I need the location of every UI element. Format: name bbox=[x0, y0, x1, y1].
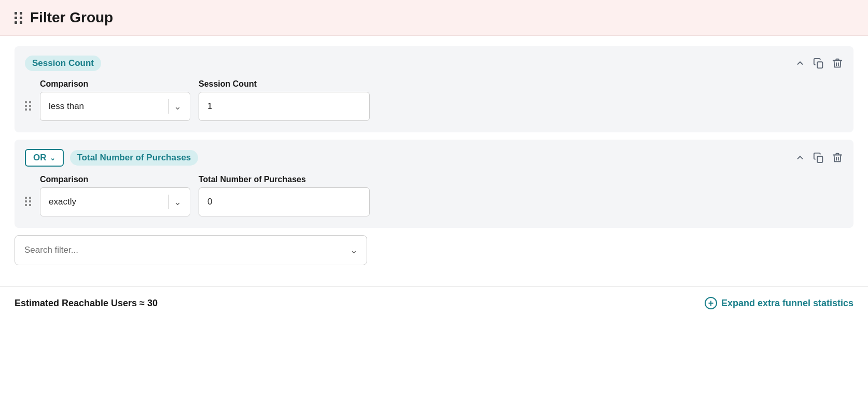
value-input-2[interactable] bbox=[199, 187, 370, 216]
session-count-badge: Session Count bbox=[25, 56, 101, 71]
svg-rect-1 bbox=[817, 156, 822, 162]
expand-funnel-label: Expand extra funnel statistics bbox=[721, 298, 853, 309]
value-field-group-1: Session Count bbox=[199, 79, 370, 121]
purchases-badge: Total Number of Purchases bbox=[70, 150, 199, 166]
comparison-select-wrapper-1: less than ⌄ bbox=[40, 92, 190, 121]
filter-block-1-header: Session Count bbox=[25, 56, 843, 71]
comparison-select-2[interactable]: exactly ⌄ bbox=[40, 187, 190, 216]
comparison-field-group-1: Comparison less than ⌄ bbox=[40, 79, 190, 121]
filter-block-2-actions bbox=[794, 152, 843, 163]
page-header: Filter Group bbox=[0, 0, 868, 36]
comparison-label-1: Comparison bbox=[40, 79, 190, 89]
filter-block-2-header: OR ⌄ Total Number of Purchases bbox=[25, 149, 843, 167]
value-label-2: Total Number of Purchases bbox=[199, 175, 370, 184]
drag-icon bbox=[15, 12, 23, 24]
comparison-field-group-2: Comparison exactly ⌄ bbox=[40, 175, 190, 216]
comparison-select-value-2: exactly bbox=[49, 197, 76, 207]
chevron-down-icon-2: ⌄ bbox=[174, 196, 181, 208]
search-filter-wrapper: ⌄ bbox=[15, 235, 367, 265]
comparison-select-wrapper-2: exactly ⌄ bbox=[40, 187, 190, 216]
filter-block-1-title-area: Session Count bbox=[25, 56, 101, 71]
estimated-users-label: Estimated Reachable Users ≈ 30 bbox=[15, 298, 158, 309]
row-drag-handle-2 bbox=[25, 197, 32, 206]
value-label-1: Session Count bbox=[199, 79, 370, 89]
value-field-group-2: Total Number of Purchases bbox=[199, 175, 370, 216]
value-input-1[interactable] bbox=[199, 92, 370, 121]
comparison-label-2: Comparison bbox=[40, 175, 190, 184]
copy-button-2[interactable] bbox=[813, 152, 824, 163]
svg-rect-0 bbox=[817, 62, 822, 68]
copy-button-1[interactable] bbox=[813, 58, 824, 69]
row-drag-handle-1 bbox=[25, 101, 32, 111]
filter-block-purchases: OR ⌄ Total Number of Purchases bbox=[15, 140, 853, 228]
expand-funnel-button[interactable]: + Expand extra funnel statistics bbox=[705, 297, 853, 309]
delete-button-2[interactable] bbox=[832, 152, 843, 163]
filter-row-2: Comparison exactly ⌄ Total Number of Pur… bbox=[25, 175, 843, 216]
page-title: Filter Group bbox=[30, 9, 113, 26]
or-chevron-icon: ⌄ bbox=[50, 154, 55, 162]
filter-fields-1: Comparison less than ⌄ Session Count bbox=[40, 79, 843, 121]
page-footer: Estimated Reachable Users ≈ 30 + Expand … bbox=[0, 286, 868, 320]
collapse-button-2[interactable] bbox=[794, 152, 806, 163]
or-badge-button[interactable]: OR ⌄ bbox=[25, 149, 64, 167]
select-divider-chevron-1: ⌄ bbox=[168, 99, 181, 114]
comparison-select-1[interactable]: less than ⌄ bbox=[40, 92, 190, 121]
collapse-button-1[interactable] bbox=[794, 58, 806, 69]
filter-block-1-actions bbox=[794, 58, 843, 69]
select-divider-1 bbox=[168, 99, 169, 114]
expand-plus-icon: + bbox=[705, 297, 717, 309]
select-divider-2 bbox=[168, 195, 169, 209]
filter-block-2-title-area: OR ⌄ Total Number of Purchases bbox=[25, 149, 198, 167]
or-badge-label: OR bbox=[33, 153, 47, 163]
comparison-select-value-1: less than bbox=[49, 101, 84, 112]
select-divider-chevron-2: ⌄ bbox=[168, 195, 181, 209]
search-filter-input[interactable] bbox=[15, 235, 367, 265]
delete-button-1[interactable] bbox=[832, 58, 843, 69]
filter-block-session-count: Session Count bbox=[15, 46, 853, 132]
filter-row-1: Comparison less than ⌄ Session Count bbox=[25, 79, 843, 121]
chevron-down-icon-1: ⌄ bbox=[174, 101, 181, 112]
filter-fields-2: Comparison exactly ⌄ Total Number of Pur… bbox=[40, 175, 843, 216]
main-content: Session Count bbox=[0, 36, 868, 276]
